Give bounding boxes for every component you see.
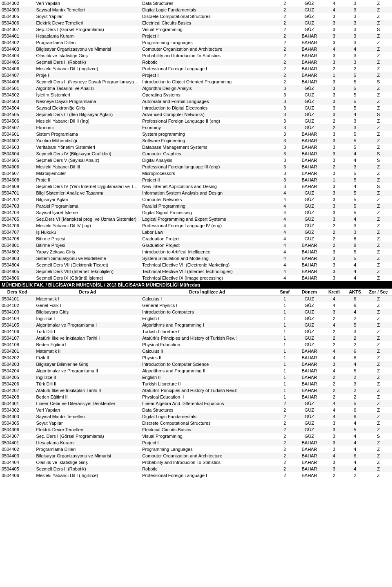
course-name-tr: Bilgi Sistemleri Analiz ve Tasarımı [35, 190, 141, 196]
course-akts: 5 [345, 249, 365, 255]
course-akts: 5 [345, 85, 365, 92]
course-code: 0504702 [0, 196, 35, 203]
course-credit: 4 [323, 367, 345, 374]
course-code: 0504501 [0, 85, 35, 92]
course-semester: GÜZ [296, 309, 323, 315]
course-code: 0504704 [0, 209, 35, 216]
course-name-en: Introduction to Computers [140, 309, 274, 315]
course-name-tr: Soyut Yapılar [35, 13, 141, 20]
course-name-tr: Seç. Ders I (Görsel Programlama) [35, 433, 141, 439]
course-semester: GÜZ [296, 20, 323, 26]
course-name-tr: Nesneye Dayalı Programlama [35, 98, 141, 105]
table-row: 0504407 Proje I Project I 2 BAHAR 1 5 Z [0, 72, 392, 78]
course-name-tr: İşletim Sistemleri [35, 92, 141, 98]
course-mandatory: S [365, 78, 392, 85]
course-credit: 2 [323, 124, 345, 131]
course-akts: 6 [345, 302, 365, 309]
course-credit: 3 [323, 361, 345, 367]
course-name-en: Parallel Programming [140, 203, 274, 209]
course-akts: 8 [345, 235, 365, 242]
table-row: 0504503 Nesneye Dayalı Programlama Autom… [0, 98, 392, 105]
course-name-en: Introduction to Artifical Intelligence [140, 249, 274, 255]
course-credit: 3 [323, 98, 345, 105]
course-code: 0504507 [0, 124, 35, 131]
course-semester: GÜZ [296, 420, 323, 426]
course-akts: 3 [345, 33, 365, 39]
course-year: 3 [274, 92, 296, 98]
course-akts: 2 [345, 65, 365, 72]
course-code: 0504404 [0, 459, 35, 466]
course-name-tr: Seçmeli Ders VII (Elektronik Ticaret) [35, 262, 141, 268]
course-code: 0504103 [0, 309, 35, 315]
course-semester: GÜZ [296, 335, 323, 341]
course-semester: BAHAR [296, 150, 323, 157]
course-name-en: System programming [140, 131, 274, 137]
course-year: 1 [274, 387, 296, 394]
course-semester: GÜZ [296, 302, 323, 309]
course-name-en: Graduation Project [140, 242, 274, 249]
table-row: 0504609 Seçmeli Ders IV (Yeni İnternet U… [0, 183, 392, 190]
course-credit: 4 [323, 0, 345, 7]
course-code: 0504407 [0, 72, 35, 78]
course-akts: 4 [345, 466, 365, 472]
course-akts: 2 [345, 374, 365, 381]
course-code: 0504502 [0, 92, 35, 98]
course-mandatory: Z [365, 302, 392, 309]
course-name-tr: Bilgisayar Bilimlerine Giriş [35, 361, 141, 367]
course-name-tr: Algoritmalar ve Programlama II [35, 367, 141, 374]
course-akts: 5 [345, 137, 365, 144]
course-name-tr: Bilgisayar Organizasyonu ve Mimarisi [35, 46, 141, 52]
course-akts: 3 [345, 7, 365, 13]
course-akts: 5 [345, 98, 365, 105]
course-name-en: Information System Analysis and Design [140, 190, 274, 196]
course-credit: 3 [323, 111, 345, 118]
course-name-tr: Bilgisayar Organizasyonu ve Mimarisi [35, 453, 141, 459]
course-mandatory: Z [365, 59, 392, 65]
course-semester: BAHAR [296, 275, 323, 281]
table-row: 0504306 Elektrik Devre Temelleri Electri… [0, 20, 392, 26]
course-semester: BAHAR [296, 466, 323, 472]
course-semester: GÜZ [296, 413, 323, 420]
course-year: 2 [274, 413, 296, 420]
course-semester: BAHAR [296, 453, 323, 459]
course-credit: 4 [323, 348, 345, 354]
course-year: 2 [274, 439, 296, 446]
course-name-tr: Seçmeli Ders II (Nesneye Dayalı Programl… [35, 78, 141, 85]
course-code: 0504503 [0, 98, 35, 105]
course-mandatory: Z [365, 164, 392, 170]
course-credit: 2 [323, 374, 345, 381]
col-header-donem: Dönem [296, 289, 323, 296]
table-row: 0504301 Lineer Cebir ve Diferansiyel Den… [0, 400, 392, 407]
course-mandatory: Z [365, 315, 392, 322]
course-mandatory: Z [365, 216, 392, 222]
course-credit: 4 [323, 413, 345, 420]
course-name-tr: Türk Dili I [35, 328, 141, 335]
course-name-en: Algoritthms and Programming I [140, 322, 274, 328]
course-credit: 3 [323, 196, 345, 203]
course-akts: 3 [345, 328, 365, 335]
course-mandatory: Z [365, 131, 392, 137]
course-name-tr: İş Hukuku [35, 229, 141, 235]
course-semester: GÜZ [296, 328, 323, 335]
course-name-en: Professional Foreign Language IV (eng) [140, 222, 274, 229]
course-mandatory: Z [365, 170, 392, 177]
course-year: 4 [274, 235, 296, 242]
course-year: 1 [274, 315, 296, 322]
course-semester: BAHAR [296, 39, 323, 46]
table-row: 0504703 Paralel Programlama Parallel Pro… [0, 203, 392, 209]
course-semester: BAHAR [296, 361, 323, 367]
course-credit: 3 [323, 209, 345, 216]
course-year: 1 [274, 348, 296, 354]
course-name-en: Operating Systems [140, 92, 274, 98]
course-mandatory: Z [365, 249, 392, 255]
course-name-tr: Sistem Simülasyonu ve Modelleme [35, 255, 141, 262]
col-header-ad: Ders Ad [35, 289, 141, 296]
course-code: 0504703 [0, 203, 35, 209]
course-code: 0504705 [0, 216, 35, 222]
course-name-en: Technical Elective VIII (Internet Techno… [140, 268, 274, 275]
course-name-en: Economy [140, 124, 274, 131]
table-row: 0504502 İşletim Sistemleri Operating Sys… [0, 92, 392, 98]
course-name-en: Turkish Litareture I [140, 328, 274, 335]
course-akts: 3 [345, 39, 365, 46]
course-mandatory: Z [365, 407, 392, 413]
